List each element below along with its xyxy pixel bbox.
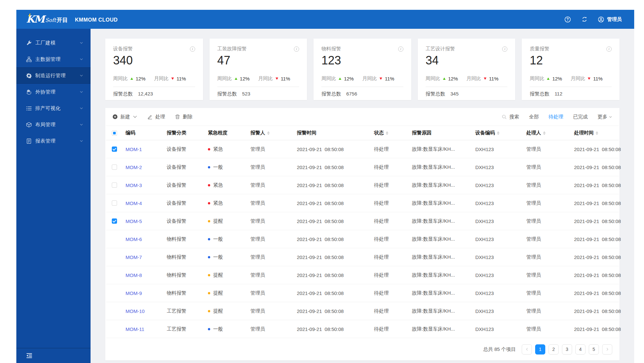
page-button-1[interactable]: 1	[535, 344, 545, 354]
sort-caret-icon[interactable]	[386, 131, 388, 135]
row-checkbox[interactable]	[112, 182, 117, 188]
filter-tab-待处理[interactable]: 待处理	[549, 114, 563, 120]
stat-cards-row: 设备报警 i 340 周同比 12% 月同比 11% 报警总数12,423 工装…	[105, 39, 619, 100]
row-code-link[interactable]: MOM-8	[126, 272, 167, 278]
urgency-dot-icon	[208, 328, 210, 330]
row-checkbox[interactable]	[112, 218, 117, 224]
column-header[interactable]: 处理时间	[574, 130, 613, 136]
column-header[interactable]: 处理人	[526, 130, 574, 136]
logo-soft-text: Soft	[45, 17, 56, 24]
row-code-link[interactable]: MOM-3	[126, 182, 167, 188]
filter-tab-全部[interactable]: 全部	[529, 114, 539, 120]
stat-card-total: 报警总数6756	[321, 87, 403, 97]
sidebar-item-外协管理[interactable]: 外协管理	[16, 84, 91, 100]
info-icon[interactable]: i	[606, 46, 612, 52]
delete-button[interactable]: 删除	[175, 114, 193, 120]
sidebar-item-主数据管理[interactable]: 主数据管理	[16, 51, 91, 67]
row-alarm-time: 2021-09-21 08:50:08	[297, 182, 374, 188]
row-urgency: 提醒	[208, 218, 250, 224]
header-actions: 管理员	[565, 16, 622, 23]
table-row: MOM-10 工艺报警 提醒 管理员 2021-09-21 08:50:08 待…	[106, 302, 619, 320]
new-button-label: 新建	[120, 114, 130, 120]
stat-card-title: 工装故障报警	[217, 46, 247, 52]
sidebar-item-制造运行管理[interactable]: 制造运行管理	[16, 67, 91, 84]
column-header[interactable]: 设备编码	[475, 130, 526, 136]
stat-card-title: 物料报警	[321, 46, 341, 52]
next-page-button[interactable]	[602, 344, 612, 354]
column-header[interactable]: 报警人	[250, 130, 297, 136]
menu-fold-icon[interactable]	[26, 353, 32, 359]
info-icon[interactable]: i	[190, 46, 195, 52]
column-header-label: 状态	[374, 130, 384, 136]
row-device-code: DXH123	[475, 290, 526, 296]
prev-page-button[interactable]	[522, 344, 532, 354]
sidebar-item-布局管理[interactable]: 布局管理	[16, 116, 91, 133]
sidebar-footer	[16, 348, 91, 363]
row-alarm-time: 2021-09-21 08:50:08	[297, 236, 374, 242]
user-menu[interactable]: 管理员	[598, 16, 622, 23]
row-handler: 管理员	[526, 218, 574, 224]
filter-tabs: 全部待处理已完成	[529, 114, 588, 120]
info-icon[interactable]: i	[502, 46, 507, 52]
row-device-code: DXH123	[475, 272, 526, 278]
row-checkbox[interactable]	[112, 147, 117, 152]
page-button-4[interactable]: 4	[575, 344, 585, 354]
refresh-icon[interactable]	[581, 16, 587, 23]
week-trend: 周同比 12%	[113, 76, 145, 82]
page-button-5[interactable]: 5	[589, 344, 599, 354]
row-code-link[interactable]: MOM-7	[126, 254, 167, 260]
new-button[interactable]: 新建	[112, 114, 138, 120]
sidebar-item-排产可视化[interactable]: 排产可视化	[16, 100, 91, 116]
info-icon[interactable]: i	[398, 46, 403, 52]
row-code-link[interactable]: MOM-1	[126, 147, 167, 152]
column-header: 报警原因	[412, 130, 475, 136]
row-handler: 管理员	[526, 146, 574, 152]
row-code-link[interactable]: MOM-9	[126, 290, 167, 296]
info-icon[interactable]: i	[294, 46, 299, 52]
row-code-link[interactable]: MOM-6	[126, 236, 167, 242]
row-code-link[interactable]: MOM-10	[126, 308, 167, 314]
row-code-link[interactable]: MOM-5	[126, 218, 167, 224]
row-code-link[interactable]: MOM-4	[126, 200, 167, 206]
toolbar-right: 搜索 全部待处理已完成 更多	[502, 114, 612, 120]
row-reason: 故障:数显车床/KH...	[412, 146, 475, 152]
page-button-2[interactable]: 2	[549, 344, 559, 354]
more-button[interactable]: 更多	[598, 114, 612, 120]
page-button-3[interactable]: 3	[562, 344, 572, 354]
column-header-label: 报警分类	[167, 130, 186, 136]
sort-caret-icon[interactable]	[543, 131, 546, 135]
sidebar-item-工厂建模[interactable]: 工厂建模	[16, 35, 91, 51]
row-alarm-time: 2021-09-21 08:50:08	[297, 272, 374, 278]
row-checkbox[interactable]	[112, 200, 117, 206]
sort-caret-icon[interactable]	[497, 131, 500, 135]
column-header-label: 处理人	[526, 130, 541, 136]
sort-caret-icon[interactable]	[596, 131, 598, 135]
row-reason: 故障:数显车床/KH...	[412, 308, 475, 314]
column-header[interactable]: 状态	[374, 130, 412, 136]
urgency-dot-icon	[208, 202, 210, 204]
trend-down-icon	[484, 78, 486, 80]
row-category: 设备报警	[167, 146, 208, 152]
stat-card-total: 报警总数345	[426, 87, 508, 97]
row-handler: 管理员	[526, 272, 574, 278]
stat-card: 质量报警 i 12 周同比 12% 月同比 11% 报警总数112	[522, 39, 619, 100]
row-checkbox[interactable]	[112, 164, 117, 170]
help-icon[interactable]	[565, 16, 571, 23]
row-status: 待处理	[374, 272, 412, 278]
table-row: MOM-8 物料报警 提醒 管理员 2021-09-21 08:50:08 待处…	[106, 266, 619, 284]
filter-tab-已完成[interactable]: 已完成	[573, 114, 588, 120]
pencil-icon	[147, 114, 153, 119]
sort-caret-icon[interactable]	[267, 131, 270, 135]
row-urgency: 紧急	[208, 146, 250, 152]
chevron-down-icon	[79, 57, 83, 61]
sidebar-item-报表管理[interactable]: 报表管理	[16, 133, 91, 149]
row-urgency: 紧急	[208, 200, 250, 206]
table-row: MOM-11 工艺报警 一般 管理员 2021-09-21 08:50:08 待…	[106, 320, 619, 338]
row-code-link[interactable]: MOM-2	[126, 164, 167, 170]
search-button[interactable]: 搜索	[502, 114, 519, 120]
row-reporter: 管理员	[250, 164, 297, 170]
chevron-right-icon	[605, 347, 609, 351]
select-all-checkbox[interactable]	[112, 130, 117, 136]
row-code-link[interactable]: MOM-11	[126, 326, 167, 332]
process-button[interactable]: 处理	[147, 114, 165, 120]
